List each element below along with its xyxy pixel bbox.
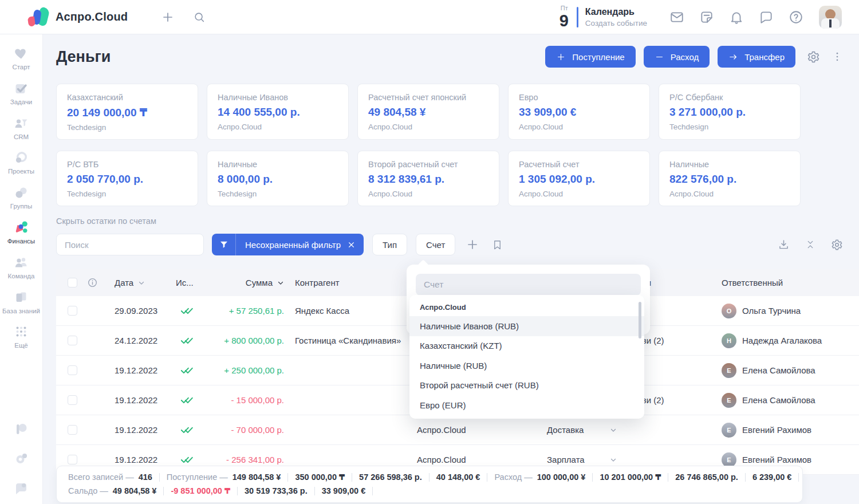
sidebar-item-7[interactable]: Команда bbox=[0, 250, 42, 285]
export-download-icon[interactable] bbox=[778, 239, 790, 251]
account-card-2[interactable]: Наличные Иванов14 400 555,00 р.Аспро.Clo… bbox=[207, 84, 349, 140]
row-category[interactable]: Доставка bbox=[544, 425, 627, 435]
logo-icon bbox=[26, 6, 49, 28]
table-row-5[interactable]: 19.12.2022- 70 000,00 р.Аспро.CloudДоста… bbox=[56, 415, 859, 445]
day-number: 9 bbox=[559, 13, 569, 29]
add-filter-icon[interactable] bbox=[466, 238, 479, 251]
collapse-icon[interactable] bbox=[805, 239, 815, 250]
unsaved-filter-chip[interactable]: Несохраненный фильтр bbox=[212, 234, 364, 255]
sidebar-item-4[interactable]: Проекты bbox=[0, 145, 42, 180]
sidebar-item-1[interactable]: Старт bbox=[0, 41, 42, 76]
funnel-icon[interactable] bbox=[212, 234, 236, 255]
dropdown-scrollbar[interactable] bbox=[639, 302, 641, 338]
row-checkbox[interactable] bbox=[68, 395, 77, 405]
bell-icon[interactable] bbox=[729, 10, 744, 25]
sidebar-item-label: База знаний bbox=[2, 308, 40, 316]
heart-icon bbox=[14, 46, 29, 61]
summary-label: Поступление — bbox=[167, 472, 228, 482]
account-card-5[interactable]: Р/С Сбербанк3 271 000,00 р.Techdesign bbox=[659, 84, 801, 140]
column-counterparty[interactable]: Контрагент bbox=[292, 278, 413, 288]
close-icon[interactable] bbox=[348, 241, 364, 249]
create-plus-icon[interactable] bbox=[161, 10, 175, 24]
user-avatar[interactable] bbox=[819, 6, 842, 29]
row-date: 19.12.2022 bbox=[102, 425, 166, 435]
account-card-3[interactable]: Расчетный счет японский49 804,58 ¥Аспро.… bbox=[357, 84, 499, 140]
sidebar-item-3[interactable]: CRM bbox=[0, 111, 42, 146]
chevron-down-icon[interactable] bbox=[610, 456, 617, 463]
table-settings-gear-icon[interactable] bbox=[831, 239, 843, 251]
row-date: 24.12.2022 bbox=[102, 336, 166, 345]
account-card-1[interactable]: Казахстанский20 149 000,00 ₸Techdesign bbox=[56, 84, 198, 140]
column-date[interactable]: Дата bbox=[102, 278, 166, 288]
summary-divider bbox=[592, 473, 593, 482]
search-icon[interactable] bbox=[193, 11, 206, 23]
hide-balances-link[interactable]: Скрыть остатки по счетам bbox=[56, 216, 156, 226]
action-button-2[interactable]: Расход bbox=[644, 46, 710, 68]
integrations-button[interactable] bbox=[14, 451, 29, 466]
row-checkbox[interactable] bbox=[68, 306, 77, 316]
account-card-9[interactable]: Расчетный счет1 305 092,00 р.Аспро.Cloud bbox=[508, 151, 650, 206]
sidebar-item-9[interactable]: Ещё bbox=[0, 320, 42, 355]
column-responsible[interactable]: Ответственный bbox=[710, 278, 859, 288]
mail-icon[interactable] bbox=[669, 10, 684, 25]
note-icon[interactable] bbox=[699, 10, 714, 25]
account-filter-button[interactable]: Счет bbox=[416, 234, 455, 255]
product-icon bbox=[14, 422, 29, 436]
sidebar-item-8[interactable]: База знаний bbox=[0, 285, 42, 320]
create-event-link[interactable]: Создать событие bbox=[585, 19, 647, 27]
row-checkbox[interactable] bbox=[68, 425, 77, 435]
sidebar-item-6[interactable]: Финансы bbox=[0, 215, 42, 250]
calendar-date[interactable]: Пт 9 bbox=[559, 5, 569, 29]
app-logo[interactable]: Аспро.Cloud bbox=[26, 6, 128, 28]
account-card-7[interactable]: Наличные8 000,00 р.Techdesign bbox=[207, 151, 349, 206]
responsible-avatar: О bbox=[722, 304, 736, 318]
type-filter-button[interactable]: Тип bbox=[372, 234, 407, 255]
dropdown-option-5[interactable]: Евро (EUR) bbox=[409, 395, 644, 415]
support-chat-button[interactable] bbox=[14, 481, 29, 496]
summary-divider bbox=[668, 473, 668, 482]
help-icon[interactable] bbox=[789, 10, 803, 25]
summary-value: 416 bbox=[139, 472, 152, 482]
summary-bar: Всего записей —416Поступление —149 804,5… bbox=[56, 466, 803, 503]
row-amount: + 800 000,00 р. bbox=[208, 336, 292, 345]
dropdown-option-3[interactable]: Наличные (RUB) bbox=[409, 356, 644, 376]
account-name: Наличные bbox=[669, 160, 790, 169]
calendar-widget[interactable]: Календарь Создать событие bbox=[585, 7, 647, 27]
bookmark-icon[interactable] bbox=[492, 239, 503, 250]
chat-icon[interactable] bbox=[759, 10, 774, 25]
row-checkbox[interactable] bbox=[68, 365, 77, 375]
sort-chevron-icon[interactable] bbox=[138, 279, 145, 286]
paid-double-check-icon bbox=[166, 306, 208, 315]
chevron-down-icon[interactable] bbox=[610, 427, 617, 434]
sort-chevron-icon[interactable] bbox=[277, 279, 284, 286]
account-card-6[interactable]: Р/С ВТБ2 050 770,00 р.Techdesign bbox=[56, 151, 198, 206]
sidebar-item-2[interactable]: Задачи bbox=[0, 76, 42, 111]
row-checkbox[interactable] bbox=[68, 336, 77, 345]
dropdown-option-2[interactable]: Казахстанский (KZT) bbox=[409, 336, 644, 356]
dropdown-option-1[interactable]: Наличные Иванов (RUB) bbox=[409, 316, 644, 336]
column-source[interactable]: Ис... bbox=[166, 278, 208, 288]
search-input[interactable] bbox=[56, 234, 204, 255]
column-amount[interactable]: Сумма bbox=[208, 278, 292, 288]
product-button[interactable] bbox=[14, 422, 29, 436]
dropdown-option-4[interactable]: Второй расчетный счет (RUB) bbox=[409, 376, 644, 396]
account-card-4[interactable]: Евро33 909,00 €Аспро.Cloud bbox=[508, 84, 650, 140]
knowledge-icon bbox=[14, 290, 29, 305]
sidebar-item-label: Проекты bbox=[8, 168, 34, 176]
account-card-8[interactable]: Второй расчетный счет8 312 839,61 р.Аспр… bbox=[357, 151, 499, 206]
account-name: Евро bbox=[519, 93, 639, 102]
row-checkbox[interactable] bbox=[68, 455, 77, 464]
kebab-menu-icon[interactable] bbox=[832, 51, 843, 62]
select-all-checkbox[interactable] bbox=[68, 278, 77, 288]
sidebar-item-5[interactable]: Группы bbox=[0, 180, 42, 215]
summary-value: 33 909,00 € bbox=[322, 486, 366, 495]
settings-gear-icon[interactable] bbox=[807, 50, 820, 64]
account-search-input[interactable]: Счет bbox=[416, 274, 641, 296]
account-balance: 14 400 555,00 р. bbox=[218, 106, 338, 119]
row-category[interactable]: Зарплата bbox=[544, 455, 627, 464]
account-balance: 3 271 000,00 р. bbox=[669, 106, 790, 119]
account-card-10[interactable]: Наличные822 576,00 р.Аспро.Cloud bbox=[659, 151, 801, 206]
action-button-3[interactable]: Трансфер bbox=[718, 46, 795, 68]
action-button-1[interactable]: Поступление bbox=[545, 46, 635, 68]
info-icon[interactable] bbox=[82, 277, 102, 288]
